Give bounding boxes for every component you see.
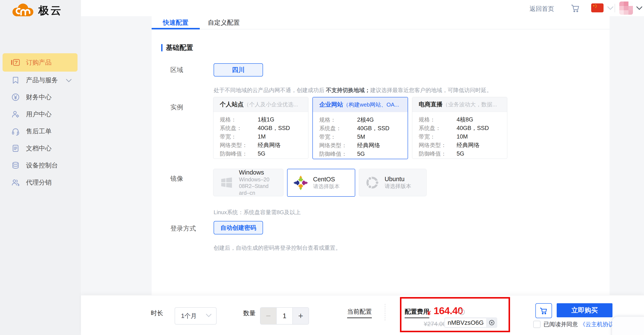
database-icon <box>11 160 20 170</box>
tab-custom-config[interactable]: 自定义配置 <box>200 16 248 29</box>
config-tabs: 快速配置 自定义配置 <box>152 16 610 30</box>
os-name: Windows <box>239 169 271 176</box>
instance-card-ecommerce-live[interactable]: 电商直播 （业务波动大，数据... 规格：4核8G 系统盘：40GB，SSD 带… <box>412 97 507 159</box>
back-to-home-link[interactable]: 返回首页 <box>530 5 554 13</box>
sidebar-item-docs-center[interactable]: 文档中心 <box>0 140 81 157</box>
section-accent-bar <box>161 44 162 51</box>
brand-logo[interactable]: 极云 <box>11 3 62 18</box>
content-area: 快速配置 自定义配置 基础配置 区域 四川 处于不同地域的云产品内网不通，创建成… <box>81 16 644 295</box>
region-option-sichuan[interactable]: 四川 <box>214 63 263 77</box>
sidebar-item-label: 用户中心 <box>26 110 52 119</box>
windows-logo-icon <box>219 175 234 190</box>
os-card-windows[interactable]: Windows Windows–2008R2–Standard–cn <box>213 169 284 196</box>
spec-value: 40GB，SSD <box>456 124 489 132</box>
sidebar-item-support-tickets[interactable]: 售后工单 <box>0 123 81 140</box>
spec-value: 2核4G <box>357 116 374 124</box>
auto-password-button[interactable]: 自动创建密码 <box>214 221 263 234</box>
instance-card-specs: 规格：2核4G 系统盘：40GB，SSD 带宽：5M 网络类型：经典网络 防御峰… <box>313 112 408 158</box>
spec-value: 5G <box>258 150 265 157</box>
agreement-checkbox[interactable] <box>533 321 540 328</box>
quantity-minus-button[interactable]: − <box>260 308 277 324</box>
coupon-tag: nMBVzsO6G <box>444 317 497 328</box>
sidebar-item-label: 代理分销 <box>26 178 52 187</box>
config-fee-label: 配置费用 <box>405 307 429 318</box>
chevron-down-icon <box>66 78 72 84</box>
quantity-value[interactable]: 1 <box>277 308 292 324</box>
spec-value: 10M <box>456 133 468 140</box>
topbar-divider <box>614 4 615 12</box>
sidebar-item-products-services[interactable]: 产品与服务 <box>0 72 81 89</box>
sidebar-item-agent-distribution[interactable]: 代理分销 <box>0 174 81 191</box>
info-icon[interactable] <box>458 308 466 317</box>
user-avatar[interactable] <box>619 2 633 15</box>
login-hint: 创建后，自动生成的密码将登录控制台查看或重置。 <box>214 244 341 252</box>
buy-now-button[interactable]: 立即购买 <box>557 303 612 317</box>
spec-value: 5G <box>456 150 464 157</box>
os-card-centos[interactable]: CentOS 请选择版本 <box>287 169 355 197</box>
coupon-code: nMBVzsO6G <box>445 318 486 327</box>
original-price: ¥274.00 <box>424 320 446 327</box>
sidebar-item-user-center[interactable]: 用户中心 <box>0 106 81 123</box>
spec-label: 带宽： <box>220 133 258 140</box>
os-card-row: Windows Windows–2008R2–Standard–cn <box>213 169 426 197</box>
spec-label: 系统盘： <box>419 124 456 132</box>
instance-card-subtitle: （个人及小企业优选... <box>244 101 298 108</box>
chevron-down-icon[interactable] <box>607 6 614 11</box>
os-version: Windows–2008R2–Standard–cn <box>239 176 271 196</box>
sidebar-item-order-product[interactable]: 订购产品 <box>2 53 78 72</box>
brand-name: 极云 <box>38 4 62 18</box>
duration-label: 时长 <box>151 309 163 317</box>
sidebar-item-label: 文档中心 <box>26 144 52 153</box>
spec-label: 规格： <box>419 116 456 123</box>
bookmark-icon <box>11 75 20 85</box>
sidebar-item-finance-center[interactable]: 财务中心 <box>0 89 81 106</box>
instance-card-enterprise-site[interactable]: 企业网站 （构建web网站、OA... 规格：2核4G 系统盘：40GB，SSD… <box>312 97 408 159</box>
spec-label: 防御峰值： <box>319 150 357 158</box>
spec-label: 带宽： <box>319 133 357 141</box>
sidebar-item-label: 售后工单 <box>26 127 52 136</box>
sidebar-item-label: 订购产品 <box>26 58 52 67</box>
topbar: 返回首页 <box>81 0 644 16</box>
duration-select[interactable]: 1个月 <box>175 307 216 324</box>
os-name: CentOS <box>313 176 350 183</box>
corner-widget <box>612 317 644 335</box>
instance-card-row: 个人站点 （个人及小企业优选... 规格：1核1G 系统盘：40GB，SSD 带… <box>213 97 507 159</box>
region-hint-prefix: 处于不同地域的云产品内网不通，创建成功后 <box>214 87 326 93</box>
document-icon <box>11 143 20 153</box>
sidebar-item-device-console[interactable]: 设备控制台 <box>0 157 81 174</box>
sidebar: 极云 订购产品 产品与服务 <box>0 0 81 335</box>
add-to-cart-button[interactable] <box>536 303 552 318</box>
section-header: 基础配置 <box>161 43 193 53</box>
spec-value: 经典网络 <box>258 141 281 149</box>
spec-label: 网络类型： <box>419 142 456 149</box>
sidebar-item-label: 产品与服务 <box>26 76 58 85</box>
chevron-down-icon[interactable] <box>636 6 643 11</box>
spec-value: 5M <box>357 134 365 140</box>
remove-coupon-icon[interactable] <box>488 319 495 326</box>
sidebar-item-label: 财务中心 <box>26 93 52 102</box>
region-hint: 处于不同地域的云产品内网不通，创建成功后 不支持切换地域；建议选择最靠近您客户的… <box>214 87 492 94</box>
os-card-ubuntu[interactable]: Ubuntu 请选择版本 <box>359 169 426 196</box>
order-product-icon <box>11 58 20 67</box>
tab-quick-config[interactable]: 快速配置 <box>152 16 200 29</box>
duration-value: 1个月 <box>181 312 197 320</box>
language-flag-icon[interactable] <box>591 4 604 12</box>
spec-value: 经典网络 <box>357 142 380 149</box>
spec-label: 带宽： <box>419 133 456 140</box>
centos-logo-icon <box>293 175 308 190</box>
quantity-plus-button[interactable]: + <box>292 308 308 324</box>
spec-label: 规格： <box>220 116 258 123</box>
cart-icon[interactable] <box>570 3 580 14</box>
sidebar-menu: 订购产品 产品与服务 <box>0 53 81 191</box>
users-plus-icon <box>11 178 20 187</box>
spec-value: 40GB，SSD <box>357 124 390 132</box>
spec-label: 规格： <box>319 116 357 124</box>
login-method-label: 登录方式 <box>170 224 196 233</box>
instance-label: 实例 <box>170 103 183 112</box>
cloud-logo-icon <box>11 3 35 18</box>
current-config-link[interactable]: 当前配置 <box>347 307 372 318</box>
instance-card-personal-site[interactable]: 个人站点 （个人及小企业优选... 规格：1核1G 系统盘：40GB，SSD 带… <box>213 97 308 159</box>
sidebar-item-label: 设备控制台 <box>26 161 58 170</box>
yen-circle-icon <box>11 92 20 102</box>
region-label: 区域 <box>170 66 183 74</box>
